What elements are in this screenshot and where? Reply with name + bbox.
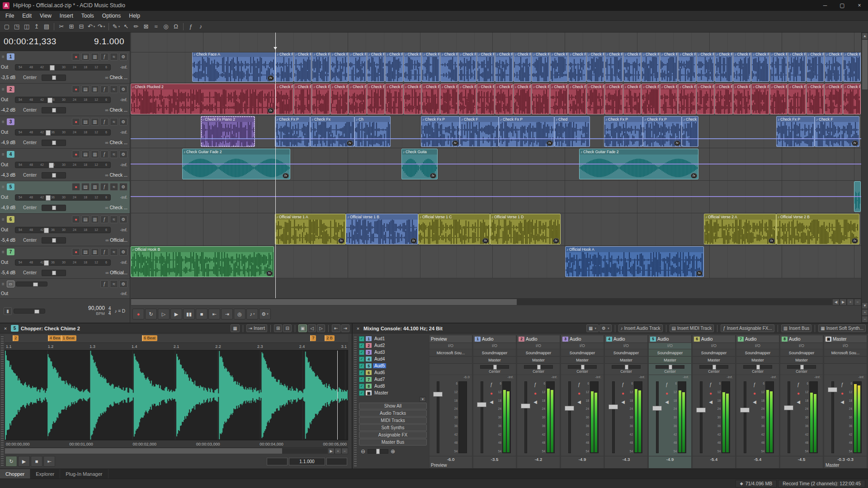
chopper-marker[interactable]: 2 B <box>325 335 335 341</box>
track-header-2[interactable]: ≡2●▤▥ƒ≈⚙Out54484236302418126-Inf.-4,2 dB… <box>0 84 130 116</box>
audio-clip[interactable]: ♪Check Fx Pfx <box>643 116 682 147</box>
audio-clip[interactable]: ♪Check Pluck <box>807 84 825 114</box>
strip-pan[interactable]: Center <box>649 364 691 375</box>
track-fx-button[interactable]: ƒ <box>100 150 108 158</box>
audio-clip[interactable]: ♪Check Pluck <box>495 84 513 114</box>
shift-selection-right-button[interactable]: ⇥ <box>341 324 349 332</box>
audio-clip[interactable]: ♪Check Pluck <box>312 84 330 114</box>
audio-clip[interactable]: ♪Check Face <box>312 51 330 82</box>
strip-pan[interactable]: Center <box>473 364 516 375</box>
insert-audio-track-button[interactable]: ♪Insert Audio Track <box>618 324 663 332</box>
mixer-close-button[interactable]: × <box>355 326 361 331</box>
track-header-6[interactable]: ≡6●▤▥ƒ≈⚙Out54484236302418126-Inf.-5,4 dB… <box>0 214 130 246</box>
strip-output-button[interactable]: ◀ <box>665 399 669 404</box>
track-volume-handle[interactable] <box>44 228 49 233</box>
track-pan-handle[interactable] <box>52 173 56 178</box>
audio-clip[interactable]: ♪Check Pluck <box>477 84 495 114</box>
chopper-marker[interactable]: 2 <box>13 335 19 341</box>
track-pan-slider[interactable] <box>42 75 66 81</box>
strip-output-button[interactable]: Master <box>736 357 779 364</box>
track-pan-slider[interactable] <box>42 205 66 211</box>
zoom-out-time-button[interactable]: − <box>854 299 861 305</box>
audio-clip[interactable]: ♪Check Pluck <box>385 84 403 114</box>
audio-clip[interactable]: ♪Check Pluck <box>678 84 696 114</box>
filter-audio-tracks[interactable]: Audio Tracks <box>359 410 427 417</box>
track-grip-icon[interactable]: ≡ <box>1 54 5 59</box>
audio-clip[interactable]: ♪Check Face <box>660 51 678 82</box>
strip-device-button[interactable]: Soundmapper <box>649 349 691 357</box>
mixer-list-item-aud3[interactable]: ✓3Aud3 <box>359 349 427 356</box>
audio-clip[interactable]: ♪Ch <box>354 116 391 147</box>
envelope-button[interactable]: ≈ <box>110 248 118 256</box>
audio-clip[interactable]: ♪Check Face <box>477 51 495 82</box>
strip-output-button[interactable]: Master <box>693 357 735 364</box>
strip-device-button[interactable]: Soundmapper <box>780 349 823 357</box>
track-fx-button[interactable]: ƒ <box>100 183 108 191</box>
snapping-button[interactable]: Ω <box>171 22 181 31</box>
audio-clip[interactable]: ♪Check Face <box>385 51 403 82</box>
envelope-button[interactable]: ≈ <box>110 53 118 61</box>
mixer-list-scroll-button[interactable]: ▼ <box>420 397 426 402</box>
audio-clip[interactable]: ♪Check Face <box>440 51 458 82</box>
clip-fx-badge[interactable]: fx <box>553 238 559 244</box>
strip-fx-button[interactable]: ƒ <box>665 382 668 387</box>
strip-device-button[interactable]: Soundmapper <box>605 349 647 357</box>
strip-record-arm-button[interactable]: ● <box>622 391 624 396</box>
chopper-close-button[interactable]: × <box>2 326 9 331</box>
strip-pan-handle[interactable] <box>712 365 716 370</box>
mixer-list-checkbox[interactable]: ✓ <box>359 363 364 369</box>
mixer-list-checkbox[interactable]: ✓ <box>359 357 364 362</box>
track-options-button[interactable]: ⚙ <box>119 118 127 126</box>
time-signature[interactable]: 4 4 <box>108 306 111 316</box>
strip-output-button[interactable]: Master <box>605 357 647 364</box>
undo-button[interactable]: ↶▾ <box>86 22 96 31</box>
strip-fader[interactable] <box>783 380 794 455</box>
mixer-strip-4[interactable]: 4AudioI/OSoundmapperMasterCenter-Inf.ƒ●◀… <box>604 335 648 469</box>
strip-pan-handle[interactable] <box>537 365 541 370</box>
mixer-zoom-in-icon[interactable]: ⊕ <box>391 448 395 455</box>
strip-fx-button[interactable]: ƒ <box>534 382 537 387</box>
bus-fx-button[interactable]: ƒ <box>100 280 108 288</box>
chopper-play-button[interactable]: ▶ <box>18 456 30 467</box>
cut-button[interactable]: ✂ <box>57 22 66 31</box>
strip-pan[interactable]: Center <box>780 364 823 375</box>
track-options-button[interactable]: ⚙ <box>119 150 127 158</box>
multipurpose-slider-button[interactable]: ▤ <box>81 248 90 256</box>
pause-button[interactable]: ▮▮ <box>183 309 195 319</box>
audio-clip[interactable]: ♪Check Face <box>788 51 806 82</box>
strip-pan-handle[interactable] <box>493 365 497 370</box>
audio-clip[interactable]: ♪Check Face <box>294 51 312 82</box>
strip-pan-handle[interactable] <box>669 365 672 370</box>
clip-fx-badge[interactable]: fx <box>674 141 680 146</box>
audio-clip[interactable]: ♪Check Pluck <box>404 84 422 114</box>
arm-for-record-button[interactable]: ● <box>72 53 80 61</box>
audio-clip[interactable]: ♪Check Pluck <box>825 84 843 114</box>
track-options-button[interactable]: ⚙ <box>119 53 127 61</box>
multipurpose-slider-button[interactable]: ▤ <box>81 53 90 61</box>
strip-fader-handle[interactable] <box>784 405 793 410</box>
track-fx-button[interactable]: ƒ <box>100 53 108 61</box>
mixer-list-item-aud7[interactable]: ✓7Aud7 <box>359 376 427 383</box>
envelope-button[interactable]: ≈ <box>110 216 118 223</box>
chopper-marker-bar[interactable]: 24 Bea1 Beat6 Beat72 B <box>5 334 348 343</box>
strip-record-arm-button[interactable]: ● <box>534 391 537 396</box>
preview-fader-icon[interactable]: ▮ <box>4 307 12 315</box>
track-name[interactable]: Check ... <box>110 173 127 178</box>
track-fx-button[interactable]: ƒ <box>100 118 108 126</box>
audio-clip[interactable]: ♪Check Pluck <box>349 84 367 114</box>
strip-fader[interactable] <box>739 380 750 455</box>
strip-pan-handle[interactable] <box>625 365 628 370</box>
strip-fader[interactable] <box>519 380 531 455</box>
strip-fader-handle[interactable] <box>828 387 837 392</box>
strip-fader[interactable] <box>607 380 619 455</box>
clip-fx-badge[interactable]: fx <box>547 141 553 146</box>
chopper-waveform[interactable] <box>5 350 348 440</box>
strip-record-arm-button[interactable]: ● <box>709 391 712 396</box>
strip-fader[interactable] <box>432 380 443 455</box>
chopper-marker[interactable]: 1 Beat <box>61 335 76 341</box>
save-button[interactable]: ◫ <box>22 22 32 31</box>
audio-clip[interactable]: ♪Check Face <box>404 51 422 82</box>
strip-output-button[interactable]: ◀ <box>753 399 756 404</box>
mixer-strip-6[interactable]: 6AudioI/OSoundmapperMasterCenter-Inf.ƒ●◀… <box>692 335 736 469</box>
envelope-button[interactable]: ≈ <box>110 183 118 191</box>
